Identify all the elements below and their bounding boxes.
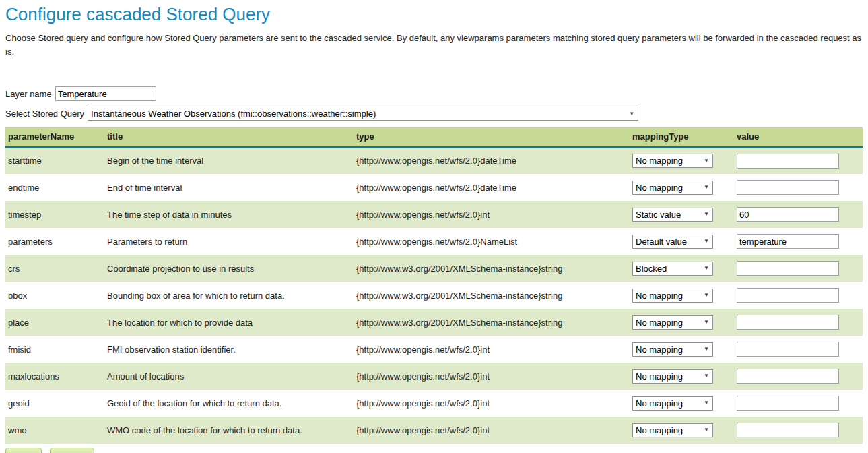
mapping-type-select[interactable]: No mapping ▼ [632,342,713,357]
cancel-button[interactable]: Cancel [50,448,95,453]
mapping-type-cell: No mapping ▼ [630,390,734,417]
value-input[interactable] [737,234,839,249]
button-row: Save Cancel [5,448,863,453]
chevron-down-icon: ▼ [704,239,709,244]
mapping-type-select[interactable]: No mapping ▼ [632,423,713,437]
mapping-type-cell: No mapping ▼ [630,174,734,201]
parameter-title-cell: Parameters to return [104,228,354,255]
table-row: starttime Begin of the time interval {ht… [5,147,863,174]
table-row: endtime End of time interval {http://www… [5,174,863,201]
value-input[interactable] [737,207,839,222]
parameter-name-cell: timestep [5,201,104,228]
parameter-title-cell: End of time interval [104,174,354,201]
chevron-down-icon: ▼ [704,320,709,325]
table-row: place The location for which to provide … [5,309,863,336]
page-description: Choose Stored query and configure how St… [5,32,863,58]
column-header-mapping-type: mappingType [630,127,734,147]
mapping-type-select[interactable]: No mapping ▼ [632,396,713,411]
parameter-title-cell: Geoid of the location for which to retur… [104,390,354,417]
mapping-type-selected-value: No mapping [636,371,683,382]
table-row: fmisid FMI observation station identifie… [5,336,863,363]
value-cell [734,309,863,336]
value-input[interactable] [737,342,839,357]
parameter-type-cell: {http://www.opengis.net/wfs/2.0}int [354,417,630,444]
parameter-name-cell: fmisid [5,336,104,363]
parameter-type-cell: {http://www.opengis.net/wfs/2.0}int [354,336,630,363]
chevron-down-icon: ▼ [704,427,709,433]
parameters-table: parameterName title type mappingType val… [5,127,863,444]
mapping-type-select[interactable]: Default value ▼ [632,235,713,249]
parameter-title-cell: The location for which to provide data [104,309,354,336]
value-cell [734,363,863,390]
layer-name-label: Layer name [5,89,52,99]
mapping-type-select[interactable]: Static value ▼ [632,208,713,222]
table-row: maxlocations Amount of locations {http:/… [5,363,863,390]
mapping-type-select[interactable]: No mapping ▼ [632,181,713,195]
value-cell [734,255,863,282]
mapping-type-selected-value: No mapping [636,425,683,435]
parameter-title-cell: The time step of data in minutes [104,201,354,228]
chevron-down-icon: ▼ [629,111,634,117]
value-cell [734,336,863,363]
chevron-down-icon: ▼ [704,346,709,352]
mapping-type-selected-value: No mapping [636,318,683,328]
table-header-row: parameterName title type mappingType val… [5,127,863,147]
mapping-type-cell: No mapping ▼ [630,147,734,174]
value-input[interactable] [737,261,839,276]
parameter-type-cell: {http://www.w3.org/2001/XMLSchema-instan… [354,309,630,336]
value-input[interactable] [737,154,839,169]
mapping-type-cell: No mapping ▼ [630,282,734,309]
table-row: wmo WMO code of the location for which t… [5,417,863,444]
table-row: bbox Bounding box of area for which to r… [5,282,863,309]
parameter-title-cell: Amount of locations [104,363,354,390]
parameter-name-cell: endtime [5,174,104,201]
stored-query-select[interactable]: Instantaneous Weather Observations (fmi:… [88,107,638,121]
mapping-type-selected-value: Static value [636,210,681,220]
parameter-name-cell: place [5,309,104,336]
mapping-type-cell: No mapping ▼ [630,336,734,363]
value-cell [734,390,863,417]
mapping-type-cell: Static value ▼ [630,201,734,228]
parameter-type-cell: {http://www.opengis.net/wfs/2.0}dateTime [354,174,630,201]
parameter-type-cell: {http://www.opengis.net/wfs/2.0}int [354,201,630,228]
parameter-type-cell: {http://www.w3.org/2001/XMLSchema-instan… [354,255,630,282]
mapping-type-selected-value: No mapping [636,398,683,409]
mapping-type-select[interactable]: No mapping ▼ [632,369,713,384]
chevron-down-icon: ▼ [704,185,709,190]
value-input[interactable] [737,180,839,195]
mapping-type-selected-value: No mapping [636,344,683,355]
mapping-type-select[interactable]: No mapping ▼ [632,315,713,330]
column-header-value: value [734,127,863,147]
value-cell [734,282,863,309]
mapping-type-select[interactable]: No mapping ▼ [632,289,713,303]
table-row: crs Coordinate projection to use in resu… [5,255,863,282]
value-cell [734,174,863,201]
stored-query-label: Select Stored Query [5,109,84,119]
value-cell [734,417,863,444]
chevron-down-icon: ▼ [704,373,709,379]
mapping-type-select[interactable]: No mapping ▼ [632,154,713,168]
mapping-type-selected-value: No mapping [636,183,683,193]
value-input[interactable] [737,396,839,411]
column-header-parameter-name: parameterName [5,127,104,147]
value-cell [734,201,863,228]
parameter-title-cell: Coordinate projection to use in results [104,255,354,282]
chevron-down-icon: ▼ [704,212,709,217]
value-input[interactable] [737,288,839,303]
value-input[interactable] [737,315,839,330]
parameter-title-cell: WMO code of the location for which to re… [104,417,354,444]
mapping-type-select[interactable]: Blocked ▼ [632,262,713,276]
mapping-type-cell: Blocked ▼ [630,255,734,282]
layer-name-input[interactable] [55,86,156,101]
value-input[interactable] [737,369,839,384]
parameter-name-cell: wmo [5,417,104,444]
value-input[interactable] [737,423,839,437]
value-cell [734,147,863,174]
mapping-type-selected-value: No mapping [636,291,683,301]
stored-query-row: Select Stored Query Instantaneous Weathe… [5,107,863,121]
table-row: timestep The time step of data in minute… [5,201,863,228]
parameter-name-cell: parameters [5,228,104,255]
save-button[interactable]: Save [5,448,42,453]
column-header-title: title [104,127,354,147]
mapping-type-selected-value: No mapping [636,156,683,166]
